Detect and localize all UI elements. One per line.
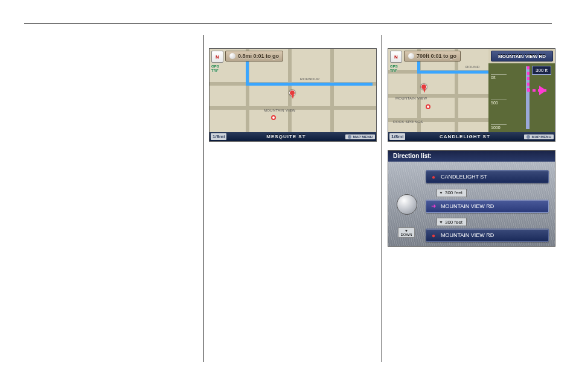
guidance-scale: 0ft 500 1000 [491, 74, 507, 130]
scale-chip[interactable]: 1/8mi [211, 133, 226, 140]
gps-status-badge: GPS TRF [390, 65, 398, 73]
column-divider-2 [382, 35, 382, 362]
waypoint-icon: ● [430, 173, 437, 180]
map-canvas: ROUNDUP MOUNTAIN VIEW [210, 49, 376, 141]
direction-row[interactable]: ● CANDLELIGHT ST [426, 170, 549, 183]
distance-tag: 300 feet [437, 218, 467, 226]
distance-tag: 300 feet [437, 189, 467, 197]
direction-row-label: MOUNTAIN VIEW RD [441, 232, 494, 238]
turn-icon: ➜ [430, 203, 437, 210]
current-street: MESQUITE ST [226, 134, 345, 139]
direction-row-label: MOUNTAIN VIEW RD [441, 203, 494, 209]
gps-status-badge: GPS TRF [211, 65, 219, 73]
destination-icon [426, 104, 430, 109]
next-road-bar: MOUNTAIN VIEW RD [491, 51, 553, 62]
turn-guidance-panel: 300 ft 0ft 500 1000 [488, 63, 555, 132]
column-divider-1 [203, 35, 203, 362]
scale-chip[interactable]: 1/8mi [389, 133, 405, 140]
rotary-knob-icon[interactable] [397, 194, 417, 215]
map-menu-button[interactable]: MAP MENU [345, 134, 375, 139]
street-label-mountain-view: MOUNTAIN VIEW [395, 96, 427, 100]
eta-bar: 0.8mi 0:01 to go [225, 51, 283, 62]
direction-row[interactable]: ➜ MOUNTAIN VIEW RD [426, 200, 549, 213]
direction-row-label: CANDLELIGHT ST [441, 174, 487, 180]
map-canvas: ROUND MOUNTAIN VIEW ROCK SPRINGS [388, 49, 488, 141]
street-label-rock-springs: ROCK SPRINGS [393, 120, 423, 124]
turn-arrow-icon [539, 86, 546, 95]
direction-list-title: Direction list: [388, 151, 555, 162]
map-bottom-bar: 1/8mi MESQUITE ST MAP MENU [210, 132, 376, 141]
destination-icon [271, 115, 276, 120]
vehicle-pin-icon [289, 90, 295, 96]
direction-list-panel: Direction list: DOWN ● CANDLELIGHT ST 30… [388, 150, 555, 247]
direction-row[interactable]: ● MOUNTAIN VIEW RD [426, 229, 549, 242]
destination-icon: ● [430, 232, 437, 239]
street-label-roundup: ROUNDUP [300, 77, 319, 81]
nav-map-screenshot-right: ROUND MOUNTAIN VIEW ROCK SPRINGS MOUNTAI… [388, 48, 555, 142]
flag-icon [229, 53, 235, 59]
vehicle-pin-icon [421, 84, 427, 90]
eta-bar: 700ft 0:01 to go [404, 51, 461, 62]
street-label-mountain-view: MOUNTAIN VIEW [264, 109, 295, 112]
compass-icon: N [390, 51, 402, 63]
current-street: CANDLELIGHT ST [405, 134, 524, 139]
flag-icon [408, 53, 414, 59]
nav-map-screenshot-left: ROUNDUP MOUNTAIN VIEW N GPS TRF 0.8mi 0:… [209, 48, 377, 142]
top-rule [24, 23, 552, 24]
direction-rows: ● CANDLELIGHT ST 300 feet ➜ MOUNTAIN VIE… [426, 170, 549, 244]
street-label-round: ROUND [466, 65, 480, 69]
eta-text: 0.8mi 0:01 to go [238, 53, 279, 59]
map-menu-button[interactable]: MAP MENU [524, 134, 554, 139]
eta-text: 700ft 0:01 to go [417, 53, 456, 59]
map-bottom-bar: 1/8mi CANDLELIGHT ST MAP MENU [388, 132, 555, 141]
scroll-down-button[interactable]: DOWN [398, 227, 415, 238]
compass-icon: N [211, 51, 223, 63]
guidance-route-graphic [514, 66, 544, 129]
